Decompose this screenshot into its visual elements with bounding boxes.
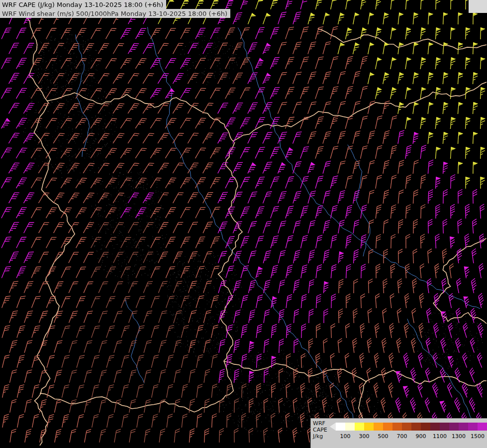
legend-tick-label: 1500 [471,433,485,440]
legend-title-model: WRF [313,420,330,427]
legend-swatch [421,423,430,431]
legend-swatch [411,423,421,431]
cape-legend: WRF CAPE J/kg 10030050070090011001300150… [310,418,487,448]
legend-swatch [440,423,449,431]
map-title-wind-shear: WRF Wind shear (m/s) 500/1000hPa Monday … [0,9,230,18]
legend-tick-label: 700 [397,433,407,440]
legend-tick-label: 300 [359,433,370,440]
wrf-weather-map: WRF CAPE (J/kg) Monday 13-10-2025 18:00 … [0,0,487,448]
corner-patch [469,0,487,13]
wind-barb-map-canvas [0,0,487,448]
legend-swatch [383,423,392,431]
legend-tick-label: 900 [416,433,426,440]
legend-swatch [430,423,440,431]
legend-swatch [459,423,468,431]
legend-arrow [330,423,336,431]
legend-swatch [468,423,478,431]
legend-title-units: J/kg [313,433,330,440]
legend-body: 100300500700900110013001500 [330,419,487,448]
legend-tick-label: 1100 [433,433,447,440]
legend-swatch [449,423,459,431]
legend-swatch [364,423,374,431]
legend-colorbar [330,423,487,431]
legend-tick-label: 1300 [452,433,466,440]
legend-tick-label: 100 [340,433,351,440]
legend-swatch [345,423,355,431]
legend-swatch [478,423,487,431]
map-title-cape: WRF CAPE (J/kg) Monday 13-10-2025 18:00 … [0,0,166,9]
legend-swatch [336,423,345,431]
legend-tick-labels: 100300500700900110013001500 [330,433,487,441]
legend-swatch [374,423,383,431]
legend-tick-label: 500 [378,433,389,440]
legend-swatch [392,423,402,431]
legend-title-block: WRF CAPE J/kg [311,419,330,448]
legend-swatch [355,423,364,431]
map-header: WRF CAPE (J/kg) Monday 13-10-2025 18:00 … [0,0,230,18]
legend-swatch [402,423,411,431]
legend-title-parameter: CAPE [313,427,330,433]
